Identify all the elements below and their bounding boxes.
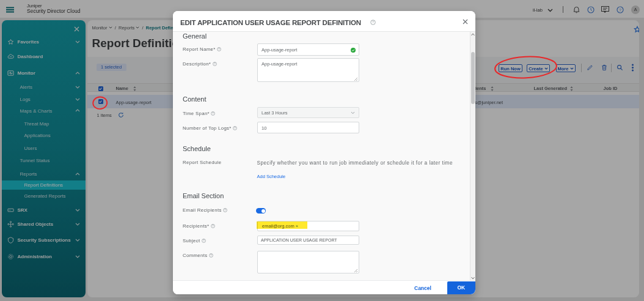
svg-text:?: ?: [372, 20, 374, 24]
svg-text:?: ?: [210, 254, 212, 257]
svg-text:?: ?: [212, 225, 214, 228]
svg-text:?: ?: [214, 62, 216, 65]
svg-text:?: ?: [224, 209, 226, 212]
svg-text:?: ?: [234, 127, 236, 130]
svg-text:?: ?: [203, 239, 205, 242]
svg-text:?: ?: [213, 112, 214, 115]
svg-text:?: ?: [218, 48, 220, 51]
